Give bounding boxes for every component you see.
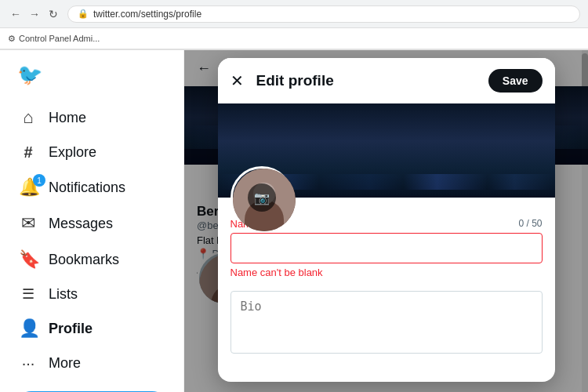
control-panel-tab: ⚙ Control Panel Admi...: [0, 28, 588, 50]
bookmarks-icon: 🔖: [19, 249, 38, 270]
modal-save-button[interactable]: Save: [488, 69, 543, 93]
avatar-camera-button[interactable]: 📷: [248, 183, 276, 212]
name-input[interactable]: [230, 233, 543, 263]
sidebar-label-explore: Explore: [49, 144, 96, 161]
url-text: twitter.com/settings/profile: [93, 9, 201, 20]
sidebar-label-messages: Messages: [49, 216, 113, 232]
name-count: 0 / 50: [518, 218, 542, 230]
modal-header: ✕ Edit profile Save: [218, 58, 555, 103]
more-icon: ···: [19, 354, 38, 372]
tab-gear-icon: ⚙: [8, 34, 16, 44]
sidebar-item-profile[interactable]: 👤 Profile: [13, 310, 171, 347]
sidebar-item-home[interactable]: ⌂ Home: [13, 100, 171, 136]
refresh-button[interactable]: ↻: [45, 6, 61, 22]
address-bar[interactable]: 🔒 twitter.com/settings/profile: [67, 5, 580, 23]
sidebar-label-lists: Lists: [49, 286, 78, 303]
bio-field-group: [230, 291, 543, 357]
lists-icon: ☰: [19, 285, 38, 303]
sidebar-label-more: More: [49, 355, 81, 372]
avatar-section: 📷: [218, 166, 555, 205]
modal-overlay: ✕ Edit profile Save 📷 ✕: [184, 50, 588, 392]
sidebar: 🐦 ⌂ Home # Explore 🔔 1 Notifications ✉ M…: [0, 50, 184, 392]
sidebar-label-profile: Profile: [49, 321, 93, 337]
lock-icon: 🔒: [78, 9, 89, 19]
browser-chrome: ← → ↻ 🔒 twitter.com/settings/profile: [0, 0, 588, 28]
bio-textarea[interactable]: [230, 291, 543, 354]
sidebar-item-lists[interactable]: ☰ Lists: [13, 278, 171, 310]
sidebar-item-explore[interactable]: # Explore: [13, 136, 171, 169]
main-layout: 🐦 ⌂ Home # Explore 🔔 1 Notifications ✉ M…: [0, 50, 588, 392]
twitter-logo[interactable]: 🐦: [13, 58, 47, 92]
name-error: Name can't be blank: [230, 267, 543, 278]
sidebar-label-home: Home: [49, 110, 86, 126]
back-button[interactable]: ←: [8, 6, 24, 22]
modal-title-row: ✕ Edit profile: [230, 71, 334, 90]
tab-label: Control Panel Admi...: [19, 34, 100, 43]
sidebar-item-more[interactable]: ··· More: [13, 347, 171, 380]
notification-badge: 1: [33, 174, 45, 187]
sidebar-item-bookmarks[interactable]: 🔖 Bookmarks: [13, 241, 171, 278]
explore-icon: #: [19, 143, 38, 162]
home-icon: ⌂: [19, 107, 38, 128]
messages-icon: ✉: [19, 213, 38, 234]
modal-form: Name 0 / 50 Name can't be blank: [218, 205, 555, 382]
edit-profile-modal: ✕ Edit profile Save 📷 ✕: [218, 58, 555, 382]
profile-icon: 👤: [19, 318, 38, 339]
modal-avatar: 📷: [230, 166, 293, 229]
sidebar-label-bookmarks: Bookmarks: [49, 252, 119, 268]
nav-buttons: ← → ↻: [8, 6, 61, 22]
sidebar-item-messages[interactable]: ✉ Messages: [13, 205, 171, 241]
sidebar-label-notifications: Notifications: [49, 180, 125, 196]
modal-close-button[interactable]: ✕: [230, 71, 244, 90]
forward-button[interactable]: →: [27, 6, 42, 22]
modal-title: Edit profile: [256, 72, 334, 89]
content-area: ← Bernad 📷: [184, 50, 588, 392]
sidebar-item-notifications[interactable]: 🔔 1 Notifications: [13, 169, 171, 205]
